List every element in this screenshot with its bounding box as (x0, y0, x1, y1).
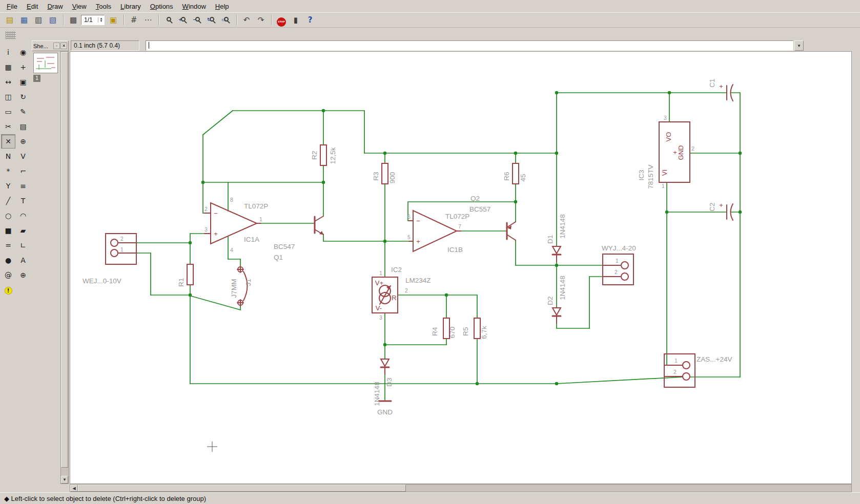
junction-dot[interactable] (445, 293, 448, 297)
schematic-label[interactable]: D2 (546, 296, 554, 305)
net-wires[interactable] (136, 93, 740, 400)
scroll-down-icon[interactable]: ▼ (61, 476, 68, 484)
junction-dot[interactable] (322, 181, 325, 184)
schematic-label[interactable]: 1 (616, 258, 619, 264)
info-tool[interactable]: i (1, 45, 15, 59)
schematic-label[interactable]: 1 (259, 216, 262, 222)
schematic-label[interactable]: VO (665, 132, 672, 142)
schematic-label[interactable]: 2 (691, 145, 694, 152)
schematic-label[interactable]: LM234Z (405, 277, 431, 284)
schematic-label[interactable]: + (416, 238, 420, 245)
schematic-label[interactable]: 900 (388, 172, 396, 184)
polygon-tool[interactable]: ▰ (16, 223, 30, 238)
zoom-fit-icon[interactable] (162, 14, 175, 26)
bus-tool[interactable]: = (1, 238, 15, 253)
spinner-arrows-icon[interactable]: ▲▼ (98, 17, 104, 23)
schematic-label[interactable]: 670 (448, 327, 456, 339)
junction-dot[interactable] (555, 152, 558, 155)
schematic-label[interactable]: + (673, 149, 677, 156)
name-tool[interactable]: N (1, 149, 15, 163)
smash-tool[interactable]: * (1, 164, 15, 178)
schematic-canvas[interactable]: WEJ...0-10VR1J7MMJ1TL072PIC1ABC547Q1R212… (70, 51, 852, 484)
traffic-light-icon[interactable]: ▮ (289, 14, 302, 26)
schematic-label[interactable]: IC1A (244, 236, 259, 243)
rotate-tool[interactable]: ↻ (16, 90, 30, 104)
delete-tool[interactable]: ✕ (1, 134, 15, 149)
schematic-label[interactable]: TL072P (445, 213, 469, 220)
vertical-scrollbar[interactable]: ▼ (60, 51, 69, 484)
schematic-label[interactable]: R1 (177, 278, 185, 286)
paste-tool[interactable]: ▤ (16, 119, 30, 134)
sheet-thumbnail[interactable] (33, 53, 58, 73)
menu-window[interactable]: Window (178, 1, 211, 12)
wire-tool[interactable]: ╱ (1, 194, 15, 208)
schematic-label[interactable]: 1N4148 (559, 214, 566, 238)
schematic-label[interactable]: 3 (204, 226, 208, 233)
grid-dots-icon[interactable]: ⋯ (141, 14, 155, 26)
schematic-label[interactable]: 7815TV (647, 164, 654, 188)
schematic-label[interactable]: J1 (244, 279, 252, 286)
zoom-redraw-icon[interactable]: ↻ (205, 14, 218, 26)
menu-draw[interactable]: Draw (43, 1, 67, 12)
move-tool[interactable]: ↔ (1, 75, 15, 89)
junction-dot[interactable] (476, 382, 479, 385)
resistor-r1[interactable] (187, 264, 193, 285)
junction-tool[interactable]: ● (1, 253, 15, 267)
save-icon[interactable]: ▦ (17, 14, 31, 26)
junction-dot[interactable] (668, 91, 671, 94)
junction-dot[interactable] (201, 181, 204, 184)
schematic-label[interactable]: R3 (372, 172, 380, 180)
schematic-label[interactable]: + (719, 82, 723, 90)
schematic-label[interactable]: 6,7k (480, 326, 488, 339)
schematic-label[interactable]: 7 (458, 223, 461, 229)
invoke-tool[interactable]: ≡ (16, 179, 30, 193)
value-tool[interactable]: V (16, 149, 30, 163)
circle-tool[interactable]: ○ (1, 208, 15, 223)
junction-dot[interactable] (383, 152, 386, 155)
undo-icon[interactable]: ↶ (240, 14, 253, 26)
menu-edit[interactable]: Edit (22, 1, 43, 12)
schematic-label[interactable]: + (719, 201, 723, 209)
mirror-tool[interactable]: ◫ (1, 90, 15, 104)
close-icon[interactable]: ✕ (60, 43, 67, 49)
schematic-label[interactable]: VI (661, 170, 668, 176)
menu-options[interactable]: Options (146, 1, 178, 12)
schematic-label[interactable]: Q2 (470, 195, 480, 202)
rect-tool[interactable]: ■ (1, 223, 15, 238)
zoom-select-icon[interactable]: ▭ (219, 14, 233, 26)
schematic-label[interactable]: 45 (519, 174, 527, 181)
schematic-label[interactable]: BC557 (469, 205, 490, 213)
label-tool[interactable]: A (16, 253, 30, 267)
zoom-in-icon[interactable]: + (176, 14, 190, 26)
command-input[interactable] (146, 40, 793, 51)
library-icon[interactable]: ▣ (107, 14, 120, 26)
zoom-out-icon[interactable]: − (191, 14, 204, 26)
schematic-label[interactable]: IC2 (391, 266, 402, 274)
detach-icon[interactable]: ▫ (53, 43, 60, 49)
copy-tool[interactable]: ▣ (16, 75, 30, 89)
schematic-label[interactable]: 2 (673, 369, 677, 375)
schematic-label[interactable]: 1N4148 (559, 276, 566, 300)
schematic-label[interactable]: 1N4148 (373, 382, 381, 406)
schematic-label[interactable]: 5 (407, 234, 411, 240)
transistor-q1[interactable] (315, 216, 323, 235)
diode-d3[interactable] (381, 359, 389, 374)
change-tool[interactable]: ✎ (16, 104, 30, 119)
schematic-label[interactable]: J7MM (230, 279, 238, 298)
connector-zas[interactable] (664, 354, 695, 387)
sheets-tab[interactable]: She... ▫ ✕ (32, 40, 69, 51)
schematic-label[interactable]: GND (377, 408, 393, 416)
schematic-label[interactable]: C2 (708, 202, 716, 211)
schematic-label[interactable]: V- (376, 304, 382, 312)
resistor-r3[interactable] (382, 163, 388, 184)
export-icon[interactable]: ▧ (46, 14, 59, 26)
junction-dot[interactable] (555, 382, 558, 385)
junction-dot[interactable] (555, 264, 558, 267)
schematic-label[interactable]: 6 (407, 214, 411, 220)
diode-d2[interactable] (552, 308, 561, 323)
menu-library[interactable]: Library (116, 1, 146, 12)
add-tool[interactable]: ⊕ (16, 134, 30, 149)
schematic-label[interactable]: 3 (379, 314, 382, 321)
show-tool[interactable]: ◉ (16, 45, 30, 59)
schematic-label[interactable]: R2 (311, 151, 318, 159)
